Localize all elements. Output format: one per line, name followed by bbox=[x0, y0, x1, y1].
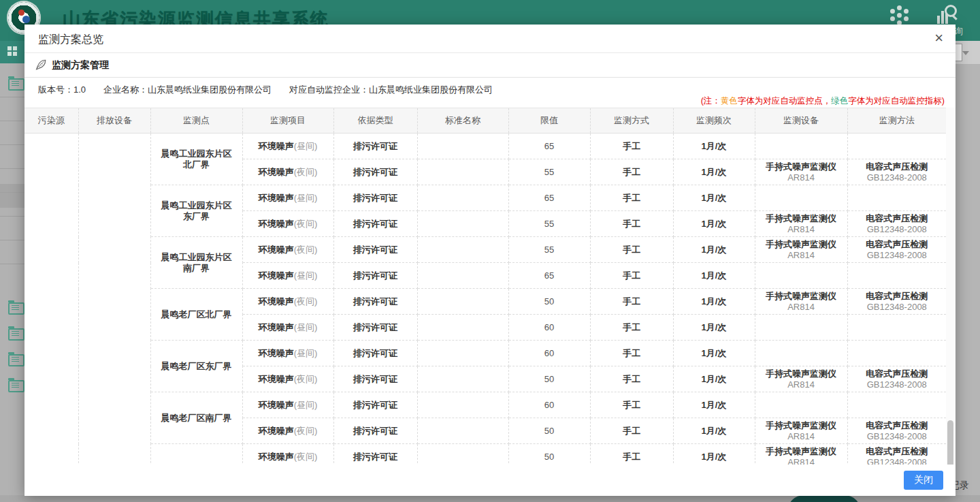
table-row: 晨鸣老厂区南厂界 环境噪声(昼间) 排污许可证 60 手工 1月/次 bbox=[24, 392, 946, 418]
left-nav-bar bbox=[0, 41, 24, 63]
col-monitor-point: 监测点 bbox=[150, 108, 242, 134]
cell-method: 电容式声压检测GB12348-2008 bbox=[847, 237, 946, 263]
cell-limit: 50 bbox=[508, 366, 590, 392]
cell-frequency: 1月/次 bbox=[673, 185, 755, 211]
cell-frequency: 1月/次 bbox=[673, 134, 755, 159]
section-header: 监测方案管理 bbox=[24, 53, 956, 78]
col-monitor-frequency: 监测频次 bbox=[673, 108, 755, 134]
cell-frequency: 1月/次 bbox=[673, 341, 755, 366]
close-button[interactable]: 关闭 bbox=[904, 471, 943, 490]
cell-limit: 55 bbox=[508, 237, 590, 263]
cell-limit: 55 bbox=[508, 159, 590, 185]
cell-device: 手持式噪声监测仪AR814 bbox=[755, 159, 847, 185]
cell-method bbox=[847, 341, 946, 366]
cell-mode: 手工 bbox=[590, 392, 673, 418]
cell-monitor-point: 晨鸣工业园东片区 南厂界 bbox=[150, 237, 242, 289]
cell-method: 电容式声压检测GB12348-2008 bbox=[847, 418, 946, 444]
cell-project: 环境噪声(昼间) bbox=[242, 263, 333, 289]
monitoring-plan-modal: 监测方案总览 × 监测方案管理 版本号：1.0企业名称：山东晨鸣纸业集团股份有限… bbox=[24, 25, 956, 496]
cell-method bbox=[847, 185, 946, 211]
section-title: 监测方案管理 bbox=[52, 59, 109, 72]
col-discharge-device: 排放设备 bbox=[78, 108, 150, 134]
dashboard-grid-icon[interactable] bbox=[7, 46, 18, 57]
cell-frequency: 1月/次 bbox=[673, 211, 755, 237]
version-text: 版本号：1.0 bbox=[38, 84, 86, 95]
cell-basis: 排污许可证 bbox=[333, 289, 417, 315]
cell-device: 手持式噪声监测仪AR814 bbox=[755, 289, 847, 315]
col-monitor-item: 监测项目 bbox=[242, 108, 333, 134]
table-row: 晨鸣老厂区东厂界 环境噪声(昼间) 排污许可证 60 手工 1月/次 bbox=[24, 341, 946, 366]
col-monitor-device: 监测设备 bbox=[755, 108, 847, 134]
cell-project: 环境噪声(夜间) bbox=[242, 237, 333, 263]
cell-basis: 排污许可证 bbox=[333, 263, 417, 289]
cell-limit: 65 bbox=[508, 185, 590, 211]
apps-grid-icon[interactable] bbox=[889, 5, 910, 26]
cell-device bbox=[755, 341, 847, 366]
table-scrollbar[interactable] bbox=[946, 108, 956, 470]
scrollbar-thumb[interactable] bbox=[947, 420, 953, 469]
cell-mode: 手工 bbox=[590, 263, 673, 289]
cell-standard bbox=[417, 289, 508, 315]
table-row: 晨鸣工业园东片区 北厂界 环境噪声(昼间) 排污许可证 65 手工 1月/次 bbox=[24, 134, 946, 159]
cell-method bbox=[847, 134, 946, 159]
cell-standard bbox=[417, 392, 508, 418]
cell-standard bbox=[417, 366, 508, 392]
folder-icon[interactable] bbox=[8, 302, 24, 315]
cell-method bbox=[847, 315, 946, 341]
cell-project: 环境噪声(昼间) bbox=[242, 185, 333, 211]
table-row: 晨鸣老厂区北厂界 环境噪声(夜间) 排污许可证 50 手工 1月/次 手持式噪声… bbox=[24, 289, 946, 315]
modal-title: 监测方案总览 bbox=[38, 33, 103, 47]
chevron-down-icon[interactable] bbox=[962, 51, 969, 55]
cell-project: 环境噪声(昼间) bbox=[242, 315, 333, 341]
page-content-fragment bbox=[956, 65, 980, 495]
plan-info-bar: 版本号：1.0企业名称：山东晨鸣纸业集团股份有限公司对应自动监控企业：山东晨鸣纸… bbox=[24, 78, 956, 109]
cell-frequency: 1月/次 bbox=[673, 418, 755, 444]
cell-basis: 排污许可证 bbox=[333, 134, 417, 159]
folder-icon[interactable] bbox=[8, 354, 24, 366]
cell-device: 手持式噪声监测仪AR814 bbox=[755, 366, 847, 392]
cell-basis: 排污许可证 bbox=[333, 211, 417, 237]
cell-limit: 55 bbox=[508, 211, 590, 237]
col-basis-type: 依据类型 bbox=[333, 108, 417, 134]
cell-standard bbox=[417, 315, 508, 341]
cell-mode: 手工 bbox=[590, 341, 673, 366]
pen-feather-icon bbox=[35, 59, 47, 71]
query-statistics-icon[interactable] bbox=[937, 5, 959, 24]
cell-limit: 60 bbox=[508, 392, 590, 418]
cell-basis: 排污许可证 bbox=[333, 185, 417, 211]
cell-project: 环境噪声(夜间) bbox=[242, 418, 333, 444]
cell-basis: 排污许可证 bbox=[333, 237, 417, 263]
folder-icon[interactable] bbox=[8, 328, 24, 341]
cell-mode: 手工 bbox=[590, 211, 673, 237]
col-pollution-source: 污染源 bbox=[24, 108, 78, 134]
folder-icon[interactable] bbox=[8, 78, 24, 91]
cell-standard bbox=[417, 263, 508, 289]
table-header-row: 污染源 排放设备 监测点 监测项目 依据类型 标准名称 限值 监测方式 监测频次… bbox=[24, 108, 946, 134]
cell-frequency: 1月/次 bbox=[673, 315, 755, 341]
modal-footer: 关闭 bbox=[24, 465, 956, 496]
cell-project: 环境噪声(夜间) bbox=[242, 366, 333, 392]
cell-method: 电容式声压检测GB12348-2008 bbox=[847, 211, 946, 237]
page: 山东省污染源监测信息共享系统 查询 bbox=[0, 0, 980, 502]
cell-standard bbox=[417, 211, 508, 237]
cell-standard bbox=[417, 159, 508, 185]
cell-frequency: 1月/次 bbox=[673, 263, 755, 289]
cell-monitor-point: 晨鸣工业园东片区 东厂界 bbox=[150, 185, 242, 237]
table-row: 晨鸣工业园东片区 南厂界 环境噪声(夜间) 排污许可证 55 手工 1月/次 手… bbox=[24, 237, 946, 263]
legend-green: 绿色 bbox=[831, 96, 848, 106]
legend-yellow: 黄色 bbox=[721, 96, 738, 106]
cell-limit: 50 bbox=[508, 289, 590, 315]
cell-basis: 排污许可证 bbox=[333, 315, 417, 341]
cell-limit: 60 bbox=[508, 315, 590, 341]
cell-monitor-point: 晨鸣老厂区东厂界 bbox=[150, 341, 242, 392]
cell-limit: 60 bbox=[508, 341, 590, 366]
cell-method: 电容式声压检测GB12348-2008 bbox=[847, 159, 946, 185]
folder-icon[interactable] bbox=[8, 380, 24, 392]
close-icon[interactable]: × bbox=[934, 30, 943, 46]
cell-limit: 65 bbox=[508, 263, 590, 289]
cell-frequency: 1月/次 bbox=[673, 237, 755, 263]
cell-mode: 手工 bbox=[590, 159, 673, 185]
cell-frequency: 1月/次 bbox=[673, 159, 755, 185]
cell-project: 环境噪声(夜间) bbox=[242, 289, 333, 315]
cell-basis: 排污许可证 bbox=[333, 159, 417, 185]
